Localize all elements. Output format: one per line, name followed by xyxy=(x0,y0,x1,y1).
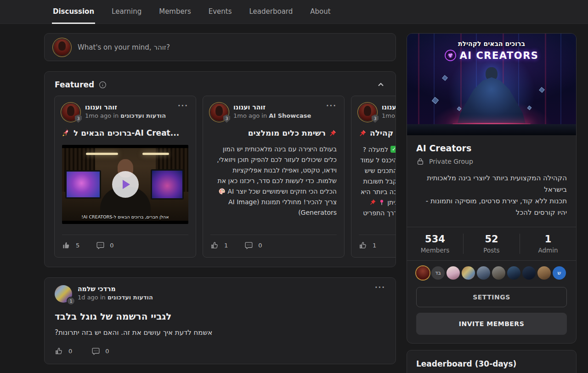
post-menu-icon[interactable]: ··· xyxy=(326,103,337,108)
play-button-icon[interactable] xyxy=(112,171,139,198)
post-meta: 1d ago in הודעות ועדכונים xyxy=(78,294,153,301)
post-footer: 1 xyxy=(359,235,396,250)
member-avatar[interactable] xyxy=(462,266,475,280)
space-name[interactable]: הודעות ועדכונים xyxy=(120,112,166,119)
featured-post-tools[interactable]: 3 זוהר וענונו 1mo ago in AI Showcase ···… xyxy=(203,96,345,258)
comment-button[interactable]: 0 xyxy=(91,347,109,356)
feed-post[interactable]: 1 מרדכי שלמה 1d ago in הודעות ועדכונים ·… xyxy=(44,277,396,364)
tab-events[interactable]: Events xyxy=(208,0,233,24)
member-avatar[interactable] xyxy=(447,266,460,280)
palette-icon xyxy=(218,188,226,195)
author-meta: זוהר וענונו 1mo ago in AI Showcase xyxy=(233,103,321,120)
post-menu-icon[interactable]: ··· xyxy=(375,285,385,290)
member-avatar[interactable] xyxy=(537,266,551,280)
author-name[interactable]: זוהר וענונו xyxy=(233,103,321,111)
featured-post-welcome[interactable]: 3 זוהר וענונו 1mo ago in הודעות ועדכונים… xyxy=(54,96,196,258)
level-badge: 1 xyxy=(68,298,74,304)
featured-title: Featured xyxy=(55,80,94,89)
comment-icon xyxy=(244,241,253,250)
feed-column: What's on your mind, זוהר? Featured 3 xyxy=(44,33,396,364)
banner-brand-text: AI CREATORS xyxy=(460,50,539,61)
like-count: 5 xyxy=(76,242,79,249)
pushpin-icon xyxy=(359,129,367,137)
like-button[interactable]: 0 xyxy=(55,347,72,356)
level-badge: 3 xyxy=(372,115,379,123)
post-body: למעלה ?✓ היכנס ל עמוד התכנים שיש קבל תשו… xyxy=(359,144,396,218)
settings-button[interactable]: SETTINGS xyxy=(416,287,567,307)
top-nav: Discussion Learning Members Events Leade… xyxy=(0,0,588,24)
space-name[interactable]: AI Showcase xyxy=(269,112,311,119)
author-name[interactable]: זוהר וענונו xyxy=(85,103,172,111)
pushpin-icon xyxy=(329,129,337,137)
post-meta: 1mo ago in AI Showcase xyxy=(233,112,311,119)
page-content: What's on your mind, זוהר? Featured 3 xyxy=(0,24,588,373)
member-avatar[interactable] xyxy=(507,266,520,280)
invite-members-button[interactable]: INVITE MEMBERS xyxy=(416,313,567,335)
post-title[interactable]: רשימת כלים מומלצים xyxy=(210,128,337,138)
member-avatar[interactable] xyxy=(416,266,430,280)
tab-members[interactable]: Members xyxy=(158,0,192,24)
featured-post-community[interactable]: 3 זוהר וענונו 1mo קהילה למעלה ?✓ היכנס ל xyxy=(351,96,396,258)
author-meta: זוהר וענונו 1mo xyxy=(382,103,396,120)
post-title[interactable]: לגביי הרשמה של גוגל בלבד xyxy=(55,311,385,322)
post-title[interactable]: קהילה xyxy=(359,128,396,138)
member-avatar[interactable] xyxy=(522,266,536,280)
comment-button[interactable]: 0 xyxy=(244,241,262,250)
featured-carousel: 3 זוהר וענונו 1mo ago in הודעות ועדכונים… xyxy=(45,96,396,258)
author-avatar[interactable]: 3 xyxy=(359,103,376,121)
info-icon[interactable] xyxy=(99,81,107,89)
stat-posts[interactable]: 52 Posts xyxy=(463,234,520,254)
comment-button[interactable]: 0 xyxy=(96,241,113,250)
group-privacy: Private Group xyxy=(416,157,567,166)
post-footer: 5 0 xyxy=(62,235,188,250)
chevron-up-icon[interactable] xyxy=(376,80,385,89)
banner-welcome-text: ברוכים הבאים לקהילת xyxy=(407,40,576,47)
space-name[interactable]: הודעות ועדכונים xyxy=(107,294,153,301)
member-avatars-row: בד ש xyxy=(407,261,576,281)
member-avatar[interactable] xyxy=(492,266,505,280)
composer-prompt[interactable]: What's on your mind, זוהר? xyxy=(78,43,170,52)
author-avatar[interactable]: 3 xyxy=(62,103,79,121)
level-badge: 3 xyxy=(75,115,82,123)
author-avatar[interactable]: 1 xyxy=(55,285,72,303)
thumbs-up-icon xyxy=(62,241,71,250)
level-badge: 3 xyxy=(223,115,230,123)
post-menu-icon[interactable]: ··· xyxy=(178,103,188,108)
tab-discussion[interactable]: Discussion xyxy=(52,0,95,24)
like-button[interactable]: 5 xyxy=(62,241,79,250)
leaderboard-card: Leaderboard (30-days) xyxy=(407,350,577,373)
member-avatar-initials[interactable]: ש xyxy=(553,266,566,280)
stat-admin[interactable]: 1 Admin xyxy=(520,234,576,254)
author-avatar[interactable]: 3 xyxy=(210,103,228,121)
post-body: אשמח לדעת איך עושים את זה. והאם יש בזה י… xyxy=(55,328,385,337)
comment-count: 0 xyxy=(110,242,113,249)
thumbs-up-icon xyxy=(359,241,368,250)
tab-about[interactable]: About xyxy=(309,0,331,24)
post-header: 3 זוהר וענונו 1mo ago in AI Showcase ··· xyxy=(210,103,337,121)
author-meta: מרדכי שלמה 1d ago in הודעות ועדכונים xyxy=(78,285,369,301)
post-composer[interactable]: What's on your mind, זוהר? xyxy=(44,33,396,61)
post-meta: 1mo xyxy=(382,112,395,119)
post-title[interactable]: ברוכים הבאים ל-AI Creat... xyxy=(62,128,188,138)
tab-leaderboard[interactable]: Leaderboard xyxy=(249,0,294,24)
brain-logo-icon xyxy=(445,50,456,61)
like-count: 0 xyxy=(68,348,72,355)
featured-header: Featured xyxy=(45,80,396,89)
group-sidebar: ברוכים הבאים לקהילת AI CREATORS AI Creat… xyxy=(407,33,577,373)
member-avatar-initials[interactable]: בד xyxy=(431,266,445,280)
stat-members[interactable]: 534 Members xyxy=(407,234,463,254)
comment-icon xyxy=(91,347,100,356)
tab-learning[interactable]: Learning xyxy=(111,0,142,24)
author-name[interactable]: זוהר וענונו xyxy=(382,103,396,111)
comment-count: 0 xyxy=(258,242,262,249)
like-count: 1 xyxy=(373,242,376,249)
check-icon: ✓ xyxy=(390,146,396,153)
current-user-avatar[interactable] xyxy=(54,39,70,56)
video-thumbnail[interactable]: אהלן חברים, ברוכים הבאים ל-AI CREATORS! xyxy=(62,145,188,224)
author-name[interactable]: מרדכי שלמה xyxy=(78,285,369,293)
like-button[interactable]: 1 xyxy=(359,241,376,250)
community-page: { "nav": { "tabs": [ { "label": "Discuss… xyxy=(0,0,588,373)
group-description: הקהילה המקצועית ביותר ליוצרי בינה מלאכות… xyxy=(416,172,567,218)
member-avatar[interactable] xyxy=(477,266,490,280)
like-button[interactable]: 1 xyxy=(210,241,228,250)
